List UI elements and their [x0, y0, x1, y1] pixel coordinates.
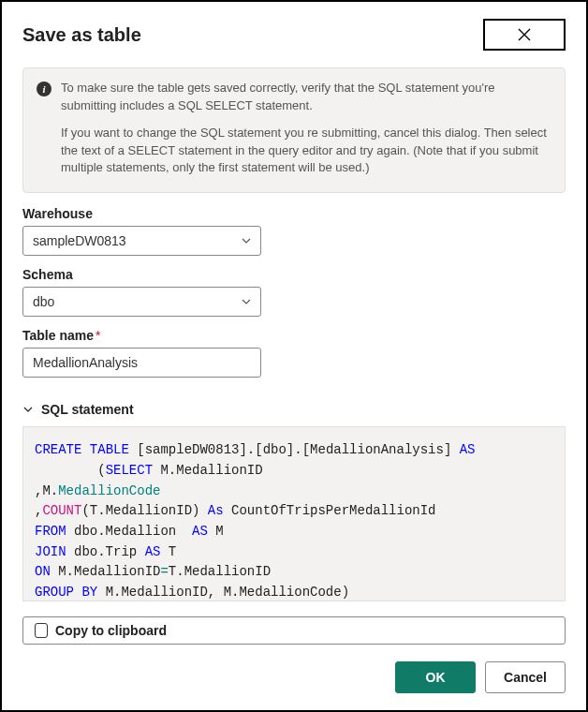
info-banner: i To make sure the table gets saved corr…	[22, 67, 566, 193]
ok-button[interactable]: OK	[395, 661, 476, 693]
warehouse-select[interactable]	[22, 226, 261, 256]
sql-statement-toggle[interactable]: SQL statement	[22, 402, 566, 417]
cancel-button[interactable]: Cancel	[485, 661, 566, 693]
info-text-1: To make sure the table gets saved correc…	[61, 80, 551, 115]
warehouse-label: Warehouse	[22, 206, 566, 221]
close-icon	[517, 27, 532, 42]
required-indicator: *	[96, 328, 100, 343]
copy-to-clipboard-button[interactable]: Copy to clipboard	[22, 616, 566, 645]
table-name-input[interactable]	[22, 348, 261, 378]
sql-statement-label: SQL statement	[41, 402, 134, 417]
chevron-down-icon	[22, 404, 34, 415]
schema-label: Schema	[22, 267, 566, 282]
dialog-title: Save as table	[22, 24, 141, 46]
close-button[interactable]	[483, 19, 566, 51]
table-name-label: Table name*	[22, 328, 566, 343]
sql-code-block[interactable]: CREATE TABLE [sampleDW0813].[dbo].[Medal…	[22, 426, 566, 601]
info-text-2: If you want to change the SQL statement …	[61, 125, 551, 178]
copy-icon	[35, 623, 48, 638]
schema-select[interactable]	[22, 287, 261, 317]
info-icon: i	[37, 82, 51, 96]
copy-button-label: Copy to clipboard	[55, 623, 167, 638]
